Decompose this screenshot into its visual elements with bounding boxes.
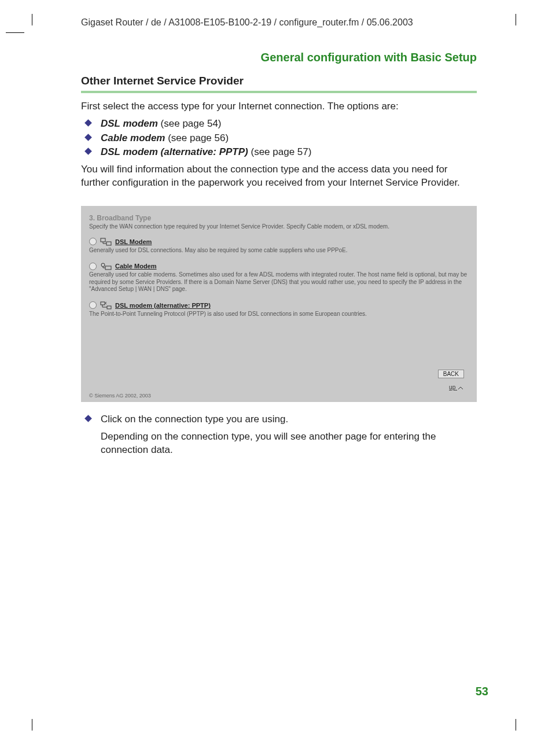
page-number: 53	[476, 685, 488, 698]
svg-rect-5	[107, 306, 111, 309]
crop-mark	[516, 719, 516, 731]
list-item: Click on the connection type you are usi…	[81, 412, 477, 427]
option-suffix: (see page 56)	[165, 132, 229, 143]
sub-heading: Other Internet Service Provider	[81, 75, 477, 87]
option-suffix: (see page 54)	[158, 118, 222, 129]
svg-rect-0	[101, 238, 105, 242]
list-item: Cable modem (see page 56)	[81, 131, 477, 146]
svg-point-2	[101, 263, 105, 267]
svg-rect-3	[105, 266, 111, 270]
instruction-sub-text: Depending on the connection type, you wi…	[101, 430, 477, 457]
panel-title: 3. Broadband Type	[89, 214, 469, 222]
options-list: DSL modem (see page 54) Cable modem (see…	[81, 117, 477, 160]
option-label: DSL modem	[101, 118, 158, 129]
divider	[81, 91, 477, 93]
list-item: DSL modem (see page 54)	[81, 117, 477, 131]
note-text: You will find information about the conn…	[81, 163, 477, 190]
panel-desc: Specify the WAN connection type required…	[89, 223, 469, 230]
document-path: Gigaset Router / de / A31008-E105-B100-2…	[81, 17, 500, 28]
option-label: Cable Modem	[115, 263, 157, 270]
option-dsl-pptp[interactable]: DSL modem (alternative: PPTP)	[89, 301, 469, 309]
crop-mark	[6, 32, 24, 33]
svg-rect-1	[106, 242, 111, 245]
svg-rect-4	[101, 302, 105, 305]
section-title: General configuration with Basic Setup	[52, 51, 500, 64]
option-label: DSL Modem	[115, 238, 152, 245]
option-desc: The Point-to-Point Tunneling Protocol (P…	[89, 311, 469, 318]
dsl-modem-icon	[100, 238, 112, 246]
back-button[interactable]: BACK	[438, 370, 464, 378]
instruction-list: Click on the connection type you are usi…	[81, 412, 477, 427]
instruction-text: Click on the connection type you are usi…	[101, 414, 288, 425]
crop-mark	[516, 14, 516, 25]
option-desc: Generally used for DSL connections. May …	[89, 247, 469, 255]
option-label: DSL modem (alternative: PPTP)	[101, 146, 248, 157]
option-suffix: (see page 57)	[248, 146, 312, 157]
list-item: DSL modem (alternative: PPTP) (see page …	[81, 145, 477, 160]
radio-icon[interactable]	[89, 301, 97, 309]
crop-mark	[32, 719, 32, 731]
cable-modem-icon	[100, 262, 112, 270]
pptp-modem-icon	[100, 301, 112, 309]
option-cable-modem[interactable]: Cable Modem	[89, 262, 469, 270]
radio-icon[interactable]	[89, 238, 97, 245]
option-desc: Generally used for cable modems. Sometim…	[89, 271, 469, 293]
radio-icon[interactable]	[89, 263, 97, 270]
broadband-type-panel: 3. Broadband Type Specify the WAN connec…	[81, 206, 477, 403]
up-link[interactable]: up	[89, 384, 469, 390]
option-label: Cable modem	[101, 132, 165, 143]
copyright-text: © Siemens AG 2002, 2003	[89, 393, 469, 399]
option-dsl-modem[interactable]: DSL Modem	[89, 238, 469, 246]
option-label: DSL modem (alternative: PPTP)	[115, 302, 211, 309]
intro-text: First select the access type for your In…	[81, 100, 477, 113]
crop-mark	[32, 14, 32, 25]
